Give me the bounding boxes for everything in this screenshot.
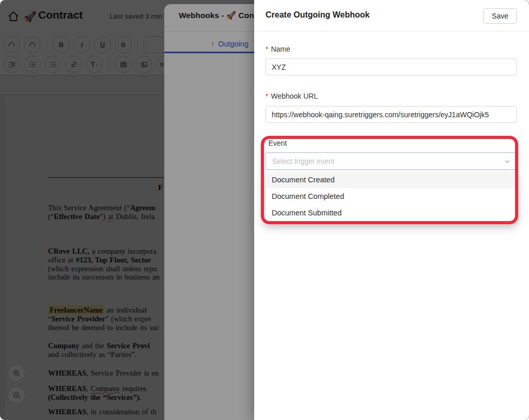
app-window: 🚀 Contract Last saved 3 min B I U S bbox=[0, 0, 529, 420]
event-select[interactable]: Select trigger event bbox=[266, 152, 517, 170]
divider bbox=[254, 31, 529, 32]
option-document-submitted[interactable]: Document Submitted bbox=[266, 205, 517, 221]
name-input[interactable] bbox=[266, 58, 517, 75]
webhook-url-input[interactable] bbox=[266, 106, 517, 123]
drawer-title: Create Outgoing Webhook bbox=[266, 10, 369, 20]
event-options-menu: Document Created Document Completed Docu… bbox=[266, 172, 517, 221]
option-document-created[interactable]: Document Created bbox=[266, 172, 517, 188]
required-marker: * bbox=[266, 45, 268, 53]
name-label: * Name bbox=[266, 45, 290, 53]
save-button[interactable]: Save bbox=[484, 8, 517, 24]
event-label: * Event bbox=[262, 139, 287, 147]
required-marker: * bbox=[266, 92, 268, 100]
webhook-url-label: * Webhook URL bbox=[266, 92, 318, 100]
chevron-down-icon bbox=[504, 158, 511, 167]
required-marker: * bbox=[262, 139, 265, 147]
event-select-placeholder: Select trigger event bbox=[272, 157, 335, 165]
option-document-completed[interactable]: Document Completed bbox=[266, 188, 517, 205]
create-webhook-drawer: Create Outgoing Webhook Save * Name * We… bbox=[254, 0, 529, 420]
